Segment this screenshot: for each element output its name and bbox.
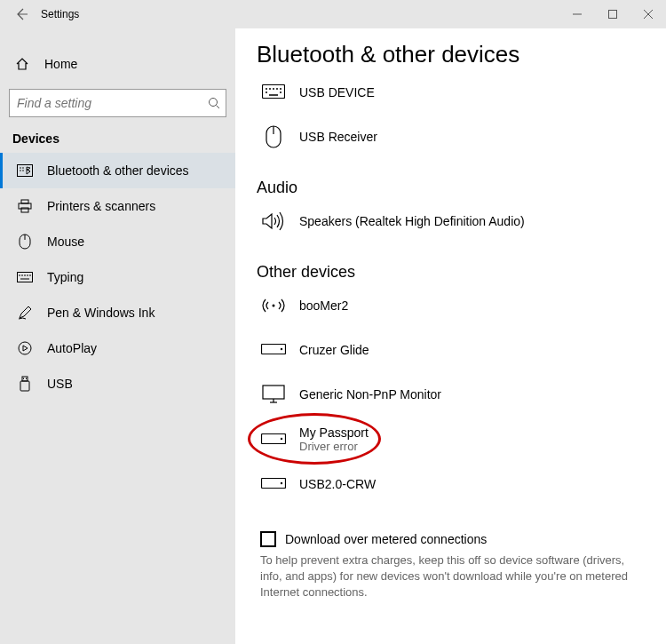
home-icon: [12, 57, 32, 71]
device-row[interactable]: My PassportDriver error: [257, 420, 648, 465]
other-devices-header: Other devices: [257, 263, 648, 282]
metered-checkbox-row[interactable]: Download over metered connections: [257, 531, 648, 547]
svg-point-10: [22, 170, 24, 171]
svg-rect-42: [263, 386, 284, 399]
svg-rect-24: [22, 377, 28, 381]
page-title: Bluetooth & other devices: [257, 41, 648, 68]
search-icon: [208, 97, 220, 109]
svg-point-29: [266, 88, 267, 90]
svg-rect-28: [263, 85, 285, 99]
sidebar-item-label: Typing: [47, 270, 83, 284]
svg-point-30: [269, 88, 271, 90]
sidebar-item-usb[interactable]: USB: [0, 366, 235, 402]
device-name: Generic Non-PnP Monitor: [299, 387, 441, 402]
audio-header: Audio: [257, 179, 648, 197]
home-label: Home: [44, 57, 77, 71]
svg-point-32: [276, 88, 278, 90]
bluetooth-rect-icon: [15, 164, 35, 177]
device-row[interactable]: booMer2: [257, 287, 648, 331]
device-row[interactable]: Cruzer Glide: [257, 331, 648, 376]
device-row[interactable]: USB DEVICE: [257, 74, 648, 118]
device-name: booMer2: [299, 298, 348, 313]
search-input[interactable]: [17, 96, 208, 110]
usb-icon: [15, 376, 35, 392]
autoplay-icon: [15, 341, 35, 355]
svg-point-34: [266, 91, 267, 93]
maximize-icon: [608, 10, 617, 19]
back-button[interactable]: [5, 0, 37, 28]
sidebar-item-label: Mouse: [47, 235, 84, 249]
svg-rect-25: [20, 381, 29, 391]
keyboard-icon: [15, 272, 35, 282]
svg-point-39: [273, 305, 275, 307]
sidebar: Home Devices Bluetooth & other devicesPr…: [0, 28, 235, 644]
window-title: Settings: [41, 8, 79, 20]
search-box[interactable]: [9, 89, 226, 117]
minimize-button[interactable]: [559, 0, 595, 28]
home-link[interactable]: Home: [0, 44, 235, 83]
main-content: Bluetooth & other devices USB DEVICEUSB …: [235, 28, 666, 644]
svg-point-4: [210, 99, 218, 107]
pen-icon: [15, 306, 35, 320]
sidebar-item-label: Bluetooth & other devices: [47, 163, 189, 178]
sidebar-item-bluetooth-other-devices[interactable]: Bluetooth & other devices: [0, 153, 235, 188]
mouse-icon: [260, 123, 287, 150]
sidebar-item-printers-scanners[interactable]: Printers & scanners: [0, 188, 235, 224]
device-name: USB2.0-CRW: [299, 477, 376, 491]
metered-checkbox[interactable]: [260, 531, 276, 547]
sidebar-item-label: USB: [47, 377, 73, 391]
minimize-icon: [573, 10, 582, 19]
svg-point-33: [280, 88, 281, 90]
mouse-icon: [15, 234, 35, 250]
device-name: USB Receiver: [299, 130, 377, 144]
sidebar-item-label: AutoPlay: [47, 341, 97, 355]
svg-rect-16: [18, 273, 33, 282]
close-icon: [644, 10, 653, 19]
drive-icon: [260, 337, 287, 363]
device-name: Cruzer Glide: [299, 343, 369, 357]
speaker-icon: [260, 208, 287, 235]
device-row[interactable]: Speakers (Realtek High Definition Audio): [257, 203, 648, 247]
monitor-icon: [260, 381, 287, 408]
printer-icon: [15, 199, 35, 213]
sidebar-item-typing[interactable]: Typing: [0, 259, 235, 295]
close-button[interactable]: [630, 0, 666, 28]
device-name: My Passport: [299, 425, 369, 440]
sidebar-section-header: Devices: [0, 123, 235, 153]
drive-icon: [260, 426, 287, 453]
keyboard-icon: [260, 79, 287, 106]
device-row[interactable]: Generic Non-PnP Monitor: [257, 376, 648, 420]
svg-rect-6: [18, 165, 33, 177]
device-row[interactable]: USB Receiver: [257, 118, 648, 163]
device-name: Speakers (Realtek High Definition Audio): [299, 214, 525, 228]
titlebar: Settings: [0, 0, 666, 28]
svg-point-41: [281, 348, 282, 350]
svg-point-8: [22, 167, 24, 169]
svg-line-5: [217, 106, 220, 109]
svg-rect-11: [21, 200, 28, 203]
svg-point-7: [20, 167, 21, 169]
sidebar-item-autoplay[interactable]: AutoPlay: [0, 330, 235, 366]
sidebar-item-pen-windows-ink[interactable]: Pen & Windows Ink: [0, 295, 235, 330]
drive-icon: [260, 471, 287, 497]
svg-point-48: [281, 482, 282, 484]
metered-help-text: To help prevent extra charges, keep this…: [257, 553, 638, 601]
device-row[interactable]: USB2.0-CRW: [257, 465, 648, 510]
maximize-button[interactable]: [595, 0, 630, 28]
wireless-icon: [260, 292, 287, 319]
device-subtext: Driver error: [299, 440, 369, 453]
svg-rect-1: [609, 11, 617, 19]
svg-point-23: [19, 342, 31, 354]
device-name: USB DEVICE: [299, 85, 375, 99]
back-arrow-icon: [14, 7, 28, 21]
svg-point-35: [280, 91, 281, 93]
svg-point-46: [281, 437, 282, 439]
svg-point-31: [273, 88, 274, 90]
svg-point-9: [20, 170, 21, 171]
metered-checkbox-label: Download over metered connections: [285, 532, 487, 546]
sidebar-item-mouse[interactable]: Mouse: [0, 224, 235, 259]
sidebar-item-label: Pen & Windows Ink: [47, 306, 155, 320]
window-controls: [559, 0, 666, 28]
sidebar-item-label: Printers & scanners: [47, 199, 155, 213]
